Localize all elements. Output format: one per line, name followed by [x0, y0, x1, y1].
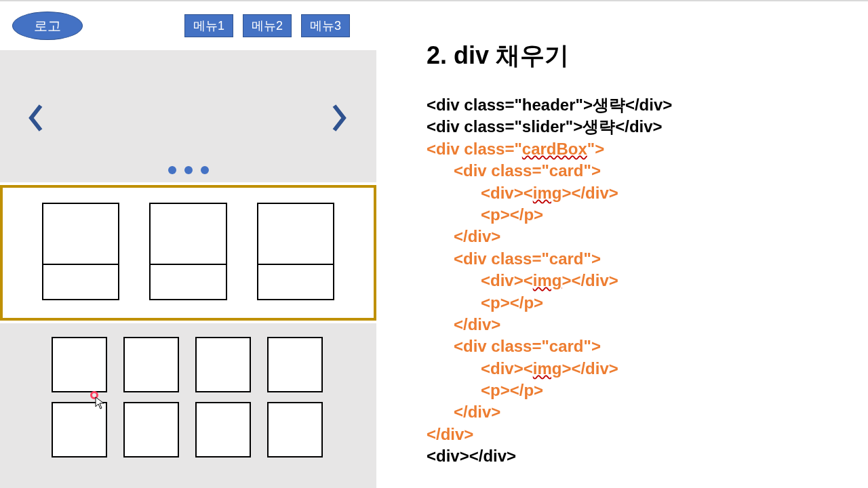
code-line: </div>: [427, 226, 848, 247]
code-line: <div><img></div>: [427, 358, 848, 380]
card-box: [0, 185, 376, 321]
code-line: <div><img></div>: [427, 270, 848, 291]
grid-cell: [123, 402, 179, 458]
code-line: <p></p>: [427, 204, 848, 226]
section-title: 2. div 채우기: [427, 39, 848, 73]
chevron-right-icon[interactable]: [332, 103, 348, 140]
code-line: </div>: [427, 424, 848, 445]
code-line: <p></p>: [427, 380, 848, 401]
code-line: <div></div>: [427, 445, 848, 467]
card-image: [151, 204, 225, 265]
code-block: <div class="header">생략</div><div class="…: [427, 94, 848, 468]
grid-cell: [195, 402, 251, 458]
dot-1[interactable]: [168, 166, 176, 174]
code-line: <div class="card">: [427, 248, 848, 270]
code-line: <div><img></div>: [427, 182, 848, 204]
card-text: [43, 265, 118, 299]
card-1: [42, 203, 119, 300]
card-image: [43, 204, 118, 265]
menu-1[interactable]: 메뉴1: [184, 14, 233, 37]
logo[interactable]: 로고: [12, 12, 83, 40]
explanation-panel: 2. div 채우기 <div class="header">생략</div><…: [376, 1, 868, 488]
card-3: [257, 203, 334, 300]
grid-row-1: [52, 337, 325, 392]
code-line: <p></p>: [427, 292, 848, 314]
grid-cell: [52, 337, 107, 392]
grid-cell: [267, 337, 323, 392]
card-text: [258, 265, 333, 299]
grid-row-2: [52, 402, 325, 458]
dot-3[interactable]: [201, 166, 209, 174]
code-line: <div class="slider">생략</div>: [427, 116, 848, 138]
cursor-icon: [95, 396, 106, 413]
code-line: <div class="card">: [427, 336, 848, 357]
code-line: </div>: [427, 314, 848, 336]
grid-cell: [267, 402, 323, 458]
menu-2[interactable]: 메뉴2: [243, 14, 292, 37]
grid-cell: [195, 337, 251, 392]
code-line: <div class="cardBox">: [427, 138, 848, 160]
grid-section: [0, 323, 376, 488]
dot-2[interactable]: [184, 166, 193, 174]
header: 로고 메뉴1 메뉴2 메뉴3: [0, 1, 376, 50]
wireframe-panel: 로고 메뉴1 메뉴2 메뉴3: [0, 1, 376, 488]
chevron-left-icon[interactable]: [27, 103, 43, 140]
grid-cell: [123, 337, 179, 392]
card-image: [258, 204, 333, 265]
card-2: [149, 203, 226, 300]
code-line: </div>: [427, 401, 848, 423]
code-line: <div class="card">: [427, 160, 848, 182]
code-line: <div class="header">생략</div>: [427, 94, 848, 116]
menu-bar: 메뉴1 메뉴2 메뉴3: [184, 14, 350, 37]
slider: [0, 50, 376, 182]
card-text: [151, 265, 225, 299]
slider-dots: [168, 166, 209, 174]
menu-3[interactable]: 메뉴3: [301, 14, 350, 37]
